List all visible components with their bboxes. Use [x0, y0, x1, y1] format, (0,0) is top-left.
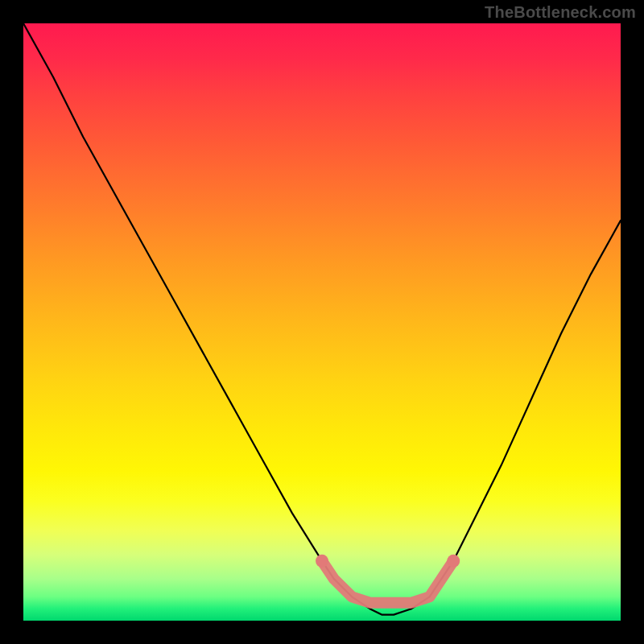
- highlight-endpoint-left: [316, 555, 328, 568]
- highlight-endpoint-right: [447, 555, 460, 568]
- chart-frame: TheBottleneck.com: [0, 0, 644, 644]
- watermark-text: TheBottleneck.com: [485, 3, 636, 22]
- highlight-band-path: [322, 561, 453, 603]
- curve-layer: [23, 23, 621, 621]
- bottleneck-curve-path: [23, 23, 621, 615]
- plot-area: [23, 23, 621, 621]
